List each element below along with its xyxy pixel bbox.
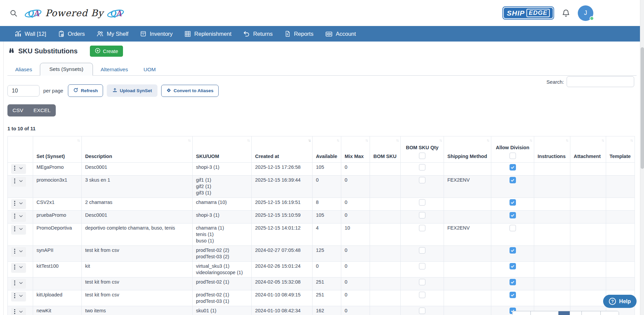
bom-sku-qty-checkbox[interactable]: [419, 164, 425, 170]
row-menu-icon[interactable]: [14, 293, 16, 300]
col-header-sku-uom[interactable]: ↑↓SKU/UOM: [193, 136, 252, 163]
nav-item-orders[interactable]: Orders: [52, 26, 91, 42]
row-menu-icon[interactable]: [14, 178, 16, 185]
allow-division-checkbox[interactable]: [510, 177, 516, 183]
bom-sku-qty-checkbox[interactable]: [419, 225, 425, 231]
row-expand-chevron-icon[interactable]: [19, 281, 23, 287]
col-header-bom-sku[interactable]: ↑↓BOM SKU: [370, 136, 401, 163]
col-header-set-synset[interactable]: ↑↓Set (Synset): [33, 136, 82, 163]
col-header-attachment[interactable]: ↑↓Attachment: [570, 136, 606, 163]
allow-division-checkbox[interactable]: [510, 199, 516, 206]
cell-description: test kit from csv: [82, 290, 193, 306]
row-menu-icon[interactable]: [14, 201, 16, 208]
nav-item-wall-12[interactable]: Wall [12]: [9, 26, 52, 42]
cell-bom-sku-qty: [401, 224, 444, 246]
cell-bom-sku-qty: [401, 278, 444, 290]
page-button-first[interactable]: First: [513, 311, 530, 315]
csv-export-button[interactable]: CSV: [7, 104, 28, 116]
bom-sku-qty-checkbox[interactable]: [419, 247, 425, 254]
row-expand-chevron-icon[interactable]: [19, 249, 23, 255]
per-page-input[interactable]: [7, 85, 40, 97]
col-header-mix-max[interactable]: ↑↓Mix Max: [341, 136, 370, 163]
bom-sku-qty-checkbox[interactable]: [419, 279, 425, 285]
bom-sku-qty-checkbox[interactable]: [419, 199, 425, 206]
nav-item-replenishment[interactable]: Replenishment: [178, 26, 237, 42]
sort-icon: ↑↓: [529, 138, 532, 142]
cell-instructions: [534, 163, 570, 176]
tab-alternatives[interactable]: Alternatives: [93, 63, 136, 76]
bom-sku-qty-checkbox[interactable]: [419, 292, 425, 298]
cell-shipping-method: [444, 246, 491, 262]
tab-uom[interactable]: UOM: [136, 63, 164, 76]
nav-item-my-shelf[interactable]: My Shelf: [91, 26, 134, 42]
row-menu-icon[interactable]: [14, 226, 16, 233]
row-menu-icon[interactable]: [14, 264, 16, 271]
sort-icon: ↑↓: [630, 138, 633, 142]
help-button[interactable]: ? Help: [603, 295, 637, 308]
col-header-allow-division[interactable]: ↑↓Allow Division: [491, 136, 534, 163]
excel-export-button[interactable]: EXCEL: [28, 104, 56, 116]
allow-division-checkbox[interactable]: [510, 263, 516, 269]
page-button-last[interactable]: Last: [600, 311, 618, 315]
bom-sku-qty-checkbox[interactable]: [419, 212, 425, 218]
row-expand-chevron-icon[interactable]: [19, 214, 23, 220]
page-button-next[interactable]: Next: [581, 311, 600, 315]
bom-sku-qty-checkbox[interactable]: [419, 263, 425, 269]
tab-sets-synsets[interactable]: Sets (Synsets): [40, 63, 93, 76]
col-header-shipping-method[interactable]: ↑↓Shipping Method: [444, 136, 491, 163]
row-menu-icon[interactable]: [14, 248, 16, 256]
allow-division-checkbox[interactable]: [510, 292, 516, 298]
orders-icon: [58, 30, 65, 37]
row-actions: [11, 199, 26, 209]
allow-division-checkbox[interactable]: [510, 247, 516, 254]
col-header-created-at[interactable]: ↑↓Created at: [252, 136, 313, 163]
col-header-description[interactable]: ↑↓Description: [82, 136, 193, 163]
allow-division-checkbox[interactable]: [510, 212, 516, 218]
row-expand-chevron-icon[interactable]: [19, 201, 23, 207]
scrollbar-thumb[interactable]: [641, 47, 644, 169]
refresh-button[interactable]: Refresh: [68, 84, 103, 97]
bom-sku-qty-checkbox[interactable]: [419, 177, 425, 183]
col-header-template[interactable]: ↑↓Template: [606, 136, 635, 163]
search-icon[interactable]: [9, 9, 18, 17]
tab-aliases[interactable]: Aliases: [7, 63, 40, 76]
cell-created-at: 2024-02-26 15:01:24: [252, 262, 313, 278]
nav-item-account[interactable]: Account: [319, 26, 362, 42]
page-button-previous[interactable]: Previous: [530, 311, 558, 315]
search-input[interactable]: [567, 76, 634, 87]
allow-division-header-checkbox[interactable]: [510, 153, 516, 159]
row-menu-icon[interactable]: [14, 165, 16, 173]
bom-sku-qty-checkbox[interactable]: [419, 308, 425, 314]
row-menu-icon[interactable]: [14, 213, 16, 220]
nav-item-returns[interactable]: Returns: [237, 26, 278, 42]
column-label: SKU/UOM: [196, 154, 219, 159]
allow-division-checkbox[interactable]: [510, 279, 516, 285]
row-menu-icon[interactable]: [14, 309, 16, 315]
cell-allow-division: [491, 246, 534, 262]
row-menu-icon[interactable]: [14, 280, 16, 287]
row-expand-chevron-icon[interactable]: [19, 309, 23, 315]
nav-item-label: Reports: [294, 31, 314, 37]
nav-item-reports[interactable]: Reports: [278, 26, 319, 42]
col-header-bom-sku-qty[interactable]: ↑↓BOM SKU Qty: [401, 136, 444, 163]
upload-synset-button[interactable]: Upload SynSet: [107, 84, 157, 97]
user-avatar[interactable]: J: [578, 5, 593, 21]
col-header-instructions[interactable]: ↑↓Instructions: [534, 136, 570, 163]
row-actions: [11, 164, 26, 174]
page-button-2[interactable]: 2: [570, 311, 581, 315]
create-button[interactable]: Create: [90, 46, 123, 57]
row-expand-chevron-icon[interactable]: [19, 293, 23, 300]
row-expand-chevron-icon[interactable]: [19, 227, 23, 233]
row-expand-chevron-icon[interactable]: [19, 166, 23, 172]
notifications-bell-icon[interactable]: [562, 9, 570, 18]
page-button-1[interactable]: 1: [558, 311, 570, 315]
allow-division-checkbox[interactable]: [510, 164, 516, 170]
convert-to-aliases-button[interactable]: Convert to Aliases: [161, 85, 219, 97]
bom-sku-qty-header-checkbox[interactable]: [419, 153, 425, 159]
row-expand-chevron-icon[interactable]: [19, 179, 23, 185]
allow-division-checkbox[interactable]: [510, 225, 516, 231]
nav-item-inventory[interactable]: Inventory: [134, 26, 178, 42]
col-header-available[interactable]: ↑↓Available: [313, 136, 341, 163]
cell-attachment: [570, 262, 606, 278]
row-expand-chevron-icon[interactable]: [19, 265, 23, 271]
